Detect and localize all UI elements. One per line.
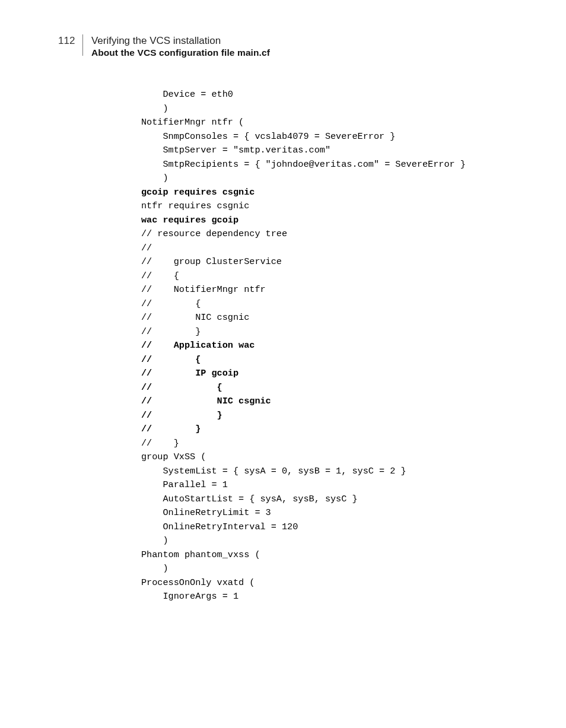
code-line: // — [141, 241, 521, 256]
header-separator — [82, 34, 83, 56]
code-line: // { — [141, 297, 521, 311]
code-line: ) — [141, 171, 521, 186]
code-line: IgnoreArgs = 1 — [141, 590, 521, 604]
header-text: Verifying the VCS installation About the… — [91, 34, 270, 59]
code-line: // IP gcoip — [141, 367, 521, 381]
code-line: gcoip requires csgnic — [141, 186, 521, 200]
code-line: SmtpServer = "smtp.veritas.com" — [141, 144, 521, 158]
code-line: SystemList = { sysA = 0, sysB = 1, sysC … — [141, 465, 521, 479]
code-line: OnlineRetryLimit = 3 — [141, 506, 521, 520]
code-line: ) — [141, 534, 521, 548]
code-line: Parallel = 1 — [141, 478, 521, 492]
page-number: 112 — [58, 34, 75, 47]
header-section: About the VCS configuration file main.cf — [91, 47, 270, 58]
code-line: ntfr requires csgnic — [141, 199, 521, 214]
code-line: ) — [141, 102, 521, 116]
code-line: SnmpConsoles = { vcslab4079 = SevereErro… — [141, 130, 521, 144]
code-line: // } — [141, 409, 521, 423]
code-line: // } — [141, 422, 521, 437]
code-line: NotifierMngr ntfr ( — [141, 116, 521, 130]
code-line: // NIC csgnic — [141, 395, 521, 409]
code-line: group VxSS ( — [141, 450, 521, 465]
code-line: Phantom phantom_vxss ( — [141, 548, 521, 562]
code-line: // NotifierMngr ntfr — [141, 283, 521, 297]
code-line: wac requires gcoip — [141, 214, 521, 228]
code-line: ProcessOnOnly vxatd ( — [141, 576, 521, 590]
code-line: // } — [141, 325, 521, 339]
code-line: ) — [141, 562, 521, 576]
page: 112 Verifying the VCS installation About… — [0, 0, 566, 728]
code-line: // NIC csgnic — [141, 311, 521, 325]
code-line: // Application wac — [141, 339, 521, 353]
code-line: Device = eth0 — [141, 88, 521, 102]
page-header: 112 Verifying the VCS installation About… — [58, 34, 270, 59]
code-line: // group ClusterService — [141, 255, 521, 269]
header-chapter: Verifying the VCS installation — [91, 34, 270, 47]
code-line: // { — [141, 269, 521, 284]
code-line: // { — [141, 381, 521, 395]
code-line: // resource dependency tree — [141, 227, 521, 241]
code-line: AutoStartList = { sysA, sysB, sysC } — [141, 492, 521, 507]
code-line: OnlineRetryInterval = 120 — [141, 520, 521, 535]
code-line: SmtpRecipients = { "johndoe@veritas.com"… — [141, 158, 521, 172]
code-block: Device = eth0 )NotifierMngr ntfr ( SnmpC… — [141, 88, 521, 604]
code-line: // } — [141, 437, 521, 451]
code-line: // { — [141, 353, 521, 367]
